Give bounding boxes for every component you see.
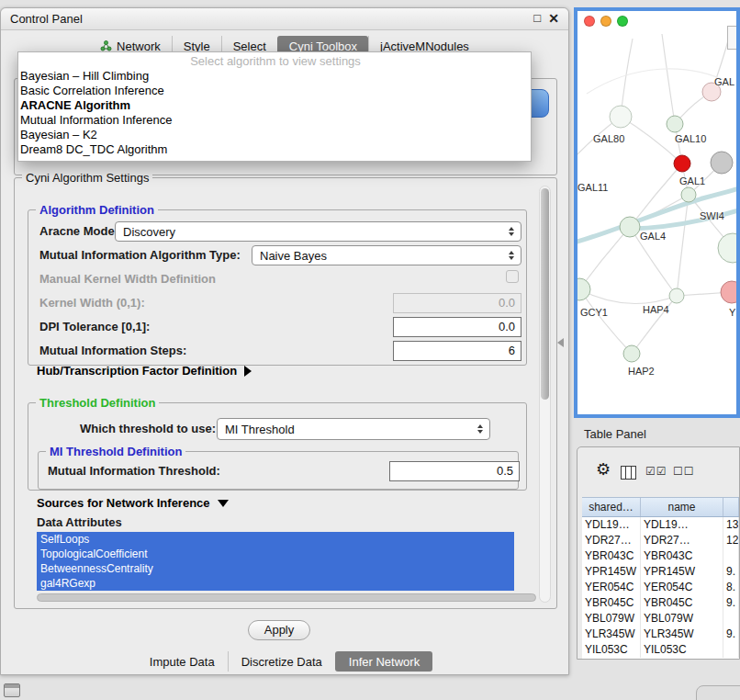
algorithm-definition-group: Algorithm Definition Aracne Mode: Discov… [28,209,527,366]
network-node[interactable] [718,233,736,263]
checked-boxes-icon[interactable]: ☑☑ [645,465,667,478]
tab-discretize-data[interactable]: Discretize Data [228,651,335,672]
network-icon [100,40,112,51]
dropdown-item[interactable]: Bayesian – K2 [18,128,531,142]
network-node[interactable] [620,217,640,237]
dropdown-item[interactable]: Dream8 DC_TDC Algorithm [18,142,531,157]
updown-arrows-icon [509,251,514,260]
list-item[interactable]: TopologicalCoefficient [37,547,514,561]
dropdown-item[interactable]: Mutual Information Inference [18,113,531,128]
table-row[interactable]: YLR345W YLR345W 9. [582,627,739,642]
network-node[interactable] [681,187,696,202]
node-label: GAL11 [577,182,608,193]
kernel-width-field: 0.0 [393,293,521,313]
vertical-scrollbar[interactable] [539,186,551,603]
columns-icon[interactable] [621,466,636,480]
threshold-definition-title: Threshold Definition [36,396,159,410]
table-row[interactable]: YIL053C YIL053C [582,642,739,658]
table-row[interactable]: YPR145W YPR145W 9. [582,564,739,580]
dropdown-item-selected[interactable]: ARACNE Algorithm [18,98,531,113]
which-threshold-select[interactable]: MI Threshold [217,418,490,440]
node-label: Y [729,307,735,318]
node-table: shared… name YDL19… YDL19… 13 YDR27… YDR… [582,497,739,659]
mi-steps-label: Mutual Information Steps: [39,344,186,358]
scrollbar-thumb[interactable] [541,188,549,400]
cell [723,642,739,658]
network-node[interactable] [577,278,590,300]
table-row[interactable]: YER054C YER054C 8. [582,580,739,595]
tab-impute-data[interactable]: Impute Data [137,651,228,672]
apply-button[interactable]: Apply [248,620,310,640]
table-panel-window: ⚙ ☑☑ ☐☐ shared… name YDL19… YDL19… 13 YD… [577,446,740,660]
cell: YDR27… [641,533,723,548]
cell: YBL079W [582,611,641,627]
table-row[interactable]: YBR045C YBR045C 9. [582,595,739,611]
list-item[interactable]: gal4RGexp [37,576,514,591]
list-item[interactable]: BetweennessCentrality [37,561,514,576]
close-icon[interactable]: ✕ [548,11,559,26]
control-panel-window: Control Panel □ ✕ Network Style Select C… [0,7,569,675]
mi-threshold-label: Mutual Information Threshold: [48,464,220,479]
table-row[interactable]: YDR27… YDR27… 12 [582,533,739,548]
cell: YIL053C [641,642,723,658]
dpi-tolerance-label: DPI Tolerance [0,1]: [39,320,150,334]
manual-kernel-checkbox [506,270,519,283]
control-panel-titlebar[interactable]: Control Panel □ ✕ [1,8,568,30]
horizontal-scrollbar[interactable] [37,593,536,602]
manual-kernel-label: Manual Kernel Width Definition [39,272,216,287]
data-attributes-list: SelfLoops TopologicalCoefficient Between… [37,532,514,591]
panel-collapse-icon[interactable] [557,338,564,347]
cell: YER054C [582,580,641,595]
cell: YBR043C [641,548,723,564]
network-node[interactable] [669,288,684,303]
cell: YER054C [641,580,723,595]
algorithm-dropdown-popup: Select algorithm to view settings Bayesi… [17,51,532,162]
float-window-icon[interactable]: □ [533,11,541,25]
bottom-right-panel-fragment [696,685,740,700]
column-header[interactable] [723,498,739,516]
list-item[interactable]: SelfLoops [37,532,514,547]
cell: 8. [723,580,739,595]
mi-type-value: Naive Bayes [260,249,327,263]
aracne-mode-label: Aracne Mode: [39,224,118,239]
network-node[interactable] [711,152,733,174]
mi-threshold-field[interactable]: 0.5 [389,461,520,481]
hub-definition-toggle[interactable]: Hub/Transcription Factor Definition [37,364,252,378]
mi-steps-field[interactable]: 6 [393,341,521,361]
table-row[interactable]: YDL19… YDL19… 13 [582,517,739,533]
tab-infer-network[interactable]: Infer Network [335,651,432,672]
sources-label: Sources for Network Inference [37,496,210,510]
network-node-gal10[interactable] [674,155,690,172]
red-traffic-light-icon[interactable] [584,16,595,27]
expanded-arrow-icon [218,500,229,507]
network-scrollbar[interactable] [727,26,740,50]
network-node[interactable] [667,116,683,132]
aracne-mode-select[interactable]: Discovery [115,221,521,242]
cyni-algorithm-settings-group: Cyni Algorithm Settings Algorithm Defini… [14,177,557,609]
mi-algorithm-type-select[interactable]: Naive Bayes [252,245,521,265]
algorithm-definition-title: Algorithm Definition [36,203,158,217]
unchecked-boxes-icon[interactable]: ☐☐ [673,465,695,478]
green-traffic-light-icon[interactable] [617,16,628,27]
panel-dock-icon[interactable] [4,683,20,697]
dpi-tolerance-field[interactable]: 0.0 [393,317,521,337]
cell: 9. [723,564,739,580]
table-row[interactable]: YBR043C YBR043C [582,548,739,564]
yellow-traffic-light-icon[interactable] [600,16,611,27]
network-node[interactable] [721,281,736,303]
sources-toggle[interactable]: Sources for Network Inference [37,496,229,510]
node-label: GCY1 [580,307,608,318]
aracne-mode-value: Discovery [123,225,175,239]
table-row[interactable]: YBL079W YBL079W [582,611,739,627]
cell: YDL19… [582,517,641,533]
network-node[interactable] [610,106,632,128]
dropdown-item[interactable]: Basic Correlation Inference [18,84,531,98]
column-header[interactable]: shared… [582,498,641,516]
column-header[interactable]: name [641,498,723,516]
network-view-window[interactable]: GAL GAL80 GAL10 GAL11 GAL1 SWI4 GAL4 GCY… [574,7,740,418]
mi-threshold-definition-title: MI Threshold Definition [46,445,185,458]
network-node[interactable] [623,345,640,362]
dropdown-item[interactable]: Bayesian – Hill Climbing [18,69,531,84]
settings-group-title: Cyni Algorithm Settings [22,171,152,185]
gear-icon[interactable]: ⚙ [596,461,611,478]
